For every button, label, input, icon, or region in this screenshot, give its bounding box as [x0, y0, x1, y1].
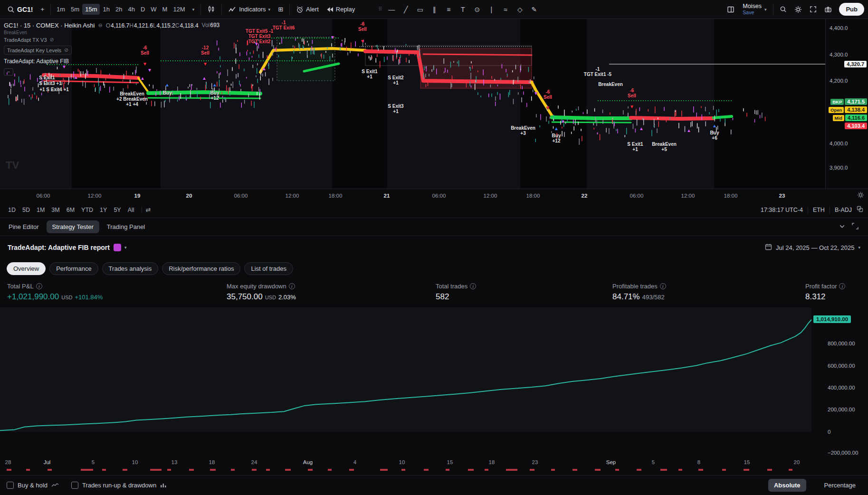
user-menu[interactable]: Moises Save ▾ [739, 2, 770, 16]
report-tab[interactable]: Risk/performance ratios [162, 262, 240, 275]
trades-runup-checkbox[interactable]: Trades run-up & drawdown [71, 482, 167, 489]
drawing-tool-icon[interactable]: ≡ [442, 3, 455, 16]
scale-settings-icon[interactable] [857, 206, 863, 214]
report-tab[interactable]: Trades analysis [102, 262, 159, 275]
settings-button[interactable] [791, 4, 805, 15]
timeframe-button[interactable]: D [138, 4, 148, 15]
timeframe-button[interactable]: M [160, 4, 171, 15]
indicator-legend-tx[interactable]: TradeAdapt TX V3 ⊘ [4, 37, 54, 43]
session-toggle[interactable]: ETH [813, 207, 825, 213]
fullscreen-button[interactable] [806, 4, 820, 15]
clock-display[interactable]: 17:38:17 UTC-4 [761, 207, 803, 213]
checkbox-icon[interactable] [71, 482, 78, 489]
buy-hold-checkbox[interactable]: Buy & hold [7, 482, 59, 489]
time-axis-settings-button[interactable] [857, 191, 864, 200]
go-to-date-icon[interactable]: ⇄ [142, 206, 155, 213]
price-chart[interactable]: S Exit1S Exit3 +1+1 S Exit4 +1-6 Sell-12… [0, 19, 868, 189]
time-tick-label: 18:00 [724, 193, 738, 199]
checkbox-icon[interactable] [7, 482, 14, 489]
drawing-tool-icon[interactable]: ≈ [499, 3, 512, 16]
report-tab[interactable]: Overview [7, 262, 46, 275]
metric-value: 84.71% [612, 292, 640, 302]
drawing-tool-icon[interactable]: — [385, 3, 398, 16]
range-button[interactable]: All [124, 205, 138, 215]
drawing-tool-icon[interactable]: ✎ [527, 3, 541, 16]
panel-tab[interactable]: Strategy Tester [47, 220, 99, 233]
collapse-legend-button[interactable]: − [4, 68, 13, 76]
range-button[interactable]: 3M [48, 205, 63, 215]
absolute-toggle[interactable]: Absolute [768, 479, 806, 492]
timeframe-button[interactable]: 15m [82, 4, 100, 15]
info-icon[interactable]: i [36, 283, 42, 289]
indicator-legend-breakeven[interactable]: BreakEven [4, 30, 27, 35]
chart-style-button[interactable] [204, 3, 219, 15]
tradingview-watermark: TV [6, 159, 19, 171]
percentage-toggle[interactable]: Percentage [819, 479, 862, 492]
equity-curve-section[interactable]: 1,014,910.00 800,000.00600,000.00400,000… [0, 306, 868, 475]
alert-button[interactable]: Alert [293, 4, 322, 15]
timeframe-button[interactable]: 1h [100, 4, 112, 15]
visibility-icon[interactable]: ⊖ [98, 22, 102, 29]
replay-icon [326, 7, 334, 12]
report-tab[interactable]: List of trades [244, 262, 293, 275]
quick-search-button[interactable] [776, 4, 790, 15]
equity-x-label: 5 [652, 459, 655, 465]
drawing-tool-icon[interactable]: ▭ [413, 3, 427, 16]
equity-x-label: 10 [132, 459, 138, 465]
range-button[interactable]: 1M [33, 205, 48, 215]
snapshot-button[interactable] [821, 4, 835, 15]
timeframe-menu-caret[interactable]: ▾ [189, 5, 198, 14]
collapse-panel-icon[interactable] [839, 223, 845, 231]
range-button[interactable]: 6M [63, 205, 78, 215]
timeframe-button[interactable]: 1m [54, 4, 68, 15]
adjust-toggle[interactable]: B-ADJ [835, 207, 852, 213]
time-axis[interactable]: 06:0012:00192006:0012:0018:002106:0012:0… [0, 189, 868, 202]
drawing-tool-icon[interactable]: ∥ [428, 3, 441, 16]
publish-button[interactable]: Pub [839, 3, 864, 16]
range-button[interactable]: YTD [78, 205, 96, 215]
manage-panes-button[interactable] [724, 4, 738, 15]
timeframe-button[interactable]: 5m [68, 4, 82, 15]
drawing-tool-icon[interactable]: | [485, 3, 498, 16]
timeframe-button[interactable]: 2h [113, 4, 125, 15]
panel-tab[interactable]: Trading Panel [101, 220, 151, 233]
chevron-down-icon[interactable]: ▾ [124, 245, 127, 250]
report-date-range[interactable]: Jul 24, 2025 — Oct 22, 2025 ▾ [765, 243, 860, 252]
strategy-icon[interactable] [114, 244, 121, 251]
info-icon[interactable]: i [660, 283, 666, 289]
indicator-templates-button[interactable]: ⊞ [275, 4, 286, 15]
range-button[interactable]: 1Y [96, 205, 110, 215]
replay-button[interactable]: Replay [323, 4, 358, 15]
report-tab[interactable]: Performance [49, 262, 98, 275]
symbol-title[interactable]: GC1! · 15 · COMEX · Heikin Ashi [4, 22, 95, 29]
timeframe-button[interactable]: W [148, 4, 159, 15]
save-label[interactable]: Save [743, 10, 762, 15]
indicator-legend-adaptivefib[interactable]: TradeAdapt: Adaptive FIB [4, 58, 69, 65]
info-icon[interactable]: i [839, 283, 845, 289]
price-axis[interactable]: 4,400.04,300.04,200.04,000.03,900.0 4,32… [825, 19, 868, 189]
symbol-search-button[interactable]: GC1! [4, 4, 36, 15]
drawing-tool-icon[interactable]: ╱ [399, 3, 412, 16]
chevron-down-icon: ▾ [858, 245, 860, 250]
drawing-tool-icon[interactable]: ◇ [513, 3, 526, 16]
gear-icon [794, 6, 802, 13]
maximize-panel-icon[interactable] [852, 223, 858, 231]
drawing-tool-icon[interactable]: T [456, 3, 469, 16]
eye-off-icon[interactable]: ⊘ [64, 47, 68, 53]
panel-tab[interactable]: Pine Editor [3, 220, 45, 233]
compare-symbol-button[interactable]: + [37, 4, 48, 15]
info-icon[interactable]: i [289, 283, 295, 289]
ohlc-value: 4,118.4 [180, 22, 198, 29]
range-button[interactable]: 1D [5, 205, 19, 215]
eye-off-icon[interactable]: ⊘ [50, 37, 54, 43]
indicator-legend-keylevels[interactable]: TradeAdapt Key Levels ⊘ [4, 46, 72, 55]
indicators-button[interactable]: Indicators ▾ [225, 4, 274, 15]
range-button[interactable]: 5Y [110, 205, 124, 215]
metric-unit: USD [265, 295, 276, 300]
range-button[interactable]: 5D [19, 205, 33, 215]
drawing-tool-icon[interactable]: ⊙ [470, 3, 484, 16]
timeframe-button[interactable]: 4h [125, 4, 137, 15]
info-icon[interactable]: i [470, 283, 476, 289]
toolbar-drag-handle-icon[interactable]: ⠿ [378, 6, 381, 12]
timeframe-button[interactable]: 12M [170, 4, 188, 15]
